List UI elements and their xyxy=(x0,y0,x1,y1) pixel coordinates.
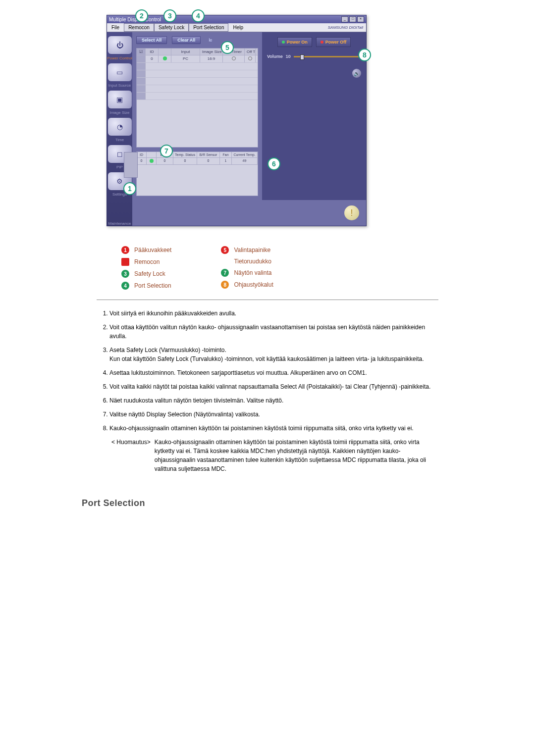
maintenance-icon[interactable] xyxy=(108,200,132,219)
menu-remocon[interactable]: Remocon xyxy=(124,23,154,32)
volume-value: 10 xyxy=(286,54,291,59)
legend-badge-7: 7 xyxy=(221,269,229,277)
image-size-icon[interactable]: ▣ xyxy=(108,91,132,108)
menu-port-selection[interactable]: Port Selection xyxy=(189,23,228,32)
table-suffix: le xyxy=(209,38,212,43)
legend-badge-5: 5 xyxy=(221,246,229,254)
power-on-label: Power On xyxy=(287,40,308,45)
legend-text-1: Pääkuvakkeet xyxy=(134,247,171,253)
volume-label: Volume xyxy=(267,54,283,59)
power-on-dot-icon xyxy=(282,41,285,44)
app-window: Multiple Display Control _ □ × File Remo… xyxy=(107,15,367,226)
grid2-cell-br: 0 xyxy=(197,158,220,165)
close-button[interactable]: × xyxy=(357,16,364,22)
volume-slider[interactable] xyxy=(294,56,361,57)
power-off-label: Power Off xyxy=(325,40,347,45)
grid2-cell-lamp: 0 xyxy=(157,158,173,165)
sidebar: ⏻ Power Control ▭ Input Source ▣ Image S… xyxy=(107,32,132,226)
speaker-icon[interactable]: 🔈 xyxy=(352,69,361,78)
volume-knob[interactable] xyxy=(300,54,304,60)
sidebar-pip-label: PIP xyxy=(116,165,123,169)
status-grid[interactable]: ID Lamp Temp. Status B/R Sensor Fan Curr… xyxy=(136,151,258,196)
brand-label: SAMSUNG DIGITall xyxy=(328,25,366,30)
sidebar-input-label: Input Source xyxy=(108,83,131,88)
step-3b: Kun otat käyttöön Safety Lock (Turvalukk… xyxy=(109,355,424,362)
timer-off-icon xyxy=(248,56,252,60)
legend-badge-1: 1 xyxy=(121,246,129,254)
step-6: Näet ruudukosta valitun näytön tietojen … xyxy=(109,396,438,405)
sidebar-size-label: Image Size xyxy=(109,110,129,115)
legend-text-6: Tietoruudukko xyxy=(234,258,271,265)
callout-6: 6 xyxy=(268,157,280,170)
grid2-hdr-id: ID xyxy=(137,152,147,158)
callout-1: 1 xyxy=(123,182,136,195)
grid1-cell-size: 16:9 xyxy=(200,55,223,62)
sidebar-maint-label: Maintenance xyxy=(108,221,131,226)
note-text: Kauko-ohjaussignaalin ottaminen käyttöön… xyxy=(155,438,438,473)
legend-text-7: Näytön valinta xyxy=(234,269,271,276)
status-dot-icon xyxy=(150,159,154,163)
legend-text-5: Valintapainike xyxy=(234,247,270,253)
callout-3: 3 xyxy=(163,9,176,22)
step-7: Valitse näyttö Display Selection (Näytön… xyxy=(109,410,438,419)
info-grid[interactable]: ☑ ID Input Image Size On Timer Off Timer xyxy=(136,48,258,148)
step-5: Voit valita kaikki näytöt tai poistaa ka… xyxy=(109,382,438,391)
grid2-cell-ct: 49 xyxy=(232,158,258,165)
display-selection-panel[interactable] xyxy=(124,152,138,178)
grid2-hdr-br: B/R Sensor xyxy=(197,152,220,158)
grid1-cell-id: 0 xyxy=(146,55,159,62)
divider xyxy=(97,300,438,300)
section-title: Port Selection xyxy=(82,498,453,508)
grid1-cell-input: PC xyxy=(171,55,200,62)
callout-2: 2 xyxy=(135,9,148,22)
note-label: < Huomautus> xyxy=(111,438,151,473)
control-panel: Power On Power Off Volume 10 xyxy=(262,32,366,200)
timer-off-icon xyxy=(232,56,236,60)
legend-text-8: Ohjaustyökalut xyxy=(234,281,273,288)
menu-file[interactable]: File xyxy=(107,23,124,32)
maximize-button[interactable]: □ xyxy=(349,16,356,22)
callout-7: 7 xyxy=(160,145,173,157)
legend-text-2: Remocon xyxy=(134,258,160,265)
menu-safety-lock[interactable]: Safety Lock xyxy=(154,23,189,32)
callout-8: 8 xyxy=(358,49,371,61)
legend-badge-4: 4 xyxy=(121,282,129,290)
legend-badge-8: 8 xyxy=(221,281,229,289)
step-4: Asettaa lukitustoiminnon. Tietokoneen sa… xyxy=(109,368,438,377)
grid1-hdr-id: ID xyxy=(146,49,159,55)
instruction-list: Voit siirtyä eri ikkunoihin pääkuvakkeid… xyxy=(97,309,438,433)
warning-icon: ! xyxy=(344,205,359,220)
sidebar-power-label: Power Control xyxy=(107,56,132,60)
table-row[interactable]: 0 0 0 0 1 49 xyxy=(137,158,258,165)
grid1-hdr-off: Off Timer xyxy=(245,49,256,55)
power-off-dot-icon xyxy=(321,41,323,44)
grid1-hdr-size: Image Size xyxy=(200,49,223,55)
step-1: Voit siirtyä eri ikkunoihin pääkuvakkeid… xyxy=(109,309,438,318)
power-on-button[interactable]: Power On xyxy=(277,37,312,47)
main-area: Select All Clear All le ☑ ID Input xyxy=(132,32,262,200)
step-3: Aseta Safety Lock (Varmuuslukko) -toimin… xyxy=(109,346,438,363)
legend-table: 1 Pääkuvakkeet Remocon 3 Safety Lock 4 P… xyxy=(121,246,453,290)
legend-text-4: Port Selection xyxy=(134,282,171,289)
menu-help[interactable]: Help xyxy=(228,23,248,32)
legend-badge-2 xyxy=(121,258,129,266)
sidebar-time-label: Time xyxy=(115,138,124,142)
grid2-cell-fan: 1 xyxy=(220,158,232,165)
status-dot-icon xyxy=(163,56,167,60)
callout-4: 4 xyxy=(192,9,205,22)
note-block: < Huomautus> Kauko-ohjaussignaalin ottam… xyxy=(111,438,438,473)
legend-badge-3: 3 xyxy=(121,270,129,278)
minimize-button[interactable]: _ xyxy=(341,16,348,22)
power-off-button[interactable]: Power Off xyxy=(316,37,351,47)
legend-text-3: Safety Lock xyxy=(134,270,165,277)
grid2-cell-id: 0 xyxy=(137,158,147,165)
time-icon[interactable]: ◔ xyxy=(108,118,132,136)
input-source-icon[interactable]: ▭ xyxy=(108,63,132,81)
select-all-button[interactable]: Select All xyxy=(136,36,167,44)
clear-all-button[interactable]: Clear All xyxy=(172,36,201,44)
callout-5: 5 xyxy=(221,41,234,54)
power-control-icon[interactable]: ⏻ xyxy=(108,36,132,54)
step-8: Kauko-ohjaussignaalin ottaminen käyttöön… xyxy=(109,424,438,433)
table-row[interactable]: 0 PC 16:9 xyxy=(137,55,258,63)
grid1-hdr-input: Input xyxy=(171,49,200,55)
